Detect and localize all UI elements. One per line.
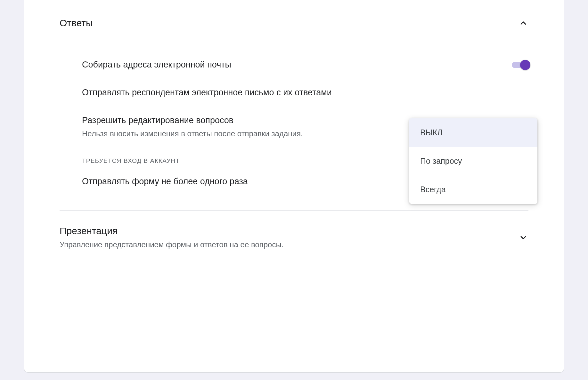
dropdown-option-on-request[interactable]: По запросу [409,147,537,175]
answers-title: Ответы [60,18,93,28]
presentation-title: Презентация [60,226,283,236]
dropdown-option-always[interactable]: Всегда [409,175,537,204]
send-copy-label: Отправлять респондентам электронное пись… [82,86,332,99]
settings-card: Ответы Собирать адреса электронной почты… [24,0,564,373]
dropdown-option-off[interactable]: ВЫКЛ [409,118,537,147]
send-copy-row: Отправлять респондентам электронное пись… [24,79,564,107]
chevron-down-icon[interactable] [518,233,528,243]
presentation-section-header[interactable]: Презентация Управление представлением фо… [24,211,564,259]
presentation-subtitle: Управление представлением формы и ответо… [60,240,283,249]
answers-section-header[interactable]: Ответы [24,8,564,38]
collect-email-label: Собирать адреса электронной почты [82,59,231,71]
allow-edit-label: Разрешить редактирование вопросов [82,114,303,127]
limit-one-label: Отправлять форму не более одного раза [82,175,248,188]
allow-edit-description: Нельзя вносить изменения в ответы после … [82,129,303,138]
toggle-knob [520,60,530,70]
collect-email-row: Собирать адреса электронной почты [24,51,564,79]
collect-email-toggle[interactable] [512,62,528,68]
chevron-up-icon[interactable] [518,18,528,28]
send-copy-dropdown: ВЫКЛ По запросу Всегда [409,118,537,204]
